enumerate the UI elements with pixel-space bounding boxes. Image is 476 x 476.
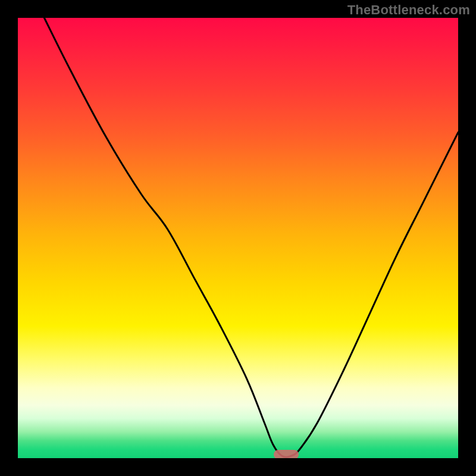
chart-frame: TheBottleneck.com [0,0,476,476]
plot-area [18,18,458,458]
bottleneck-curve [18,18,458,458]
optimal-marker [274,450,299,458]
watermark-text: TheBottleneck.com [347,2,470,18]
